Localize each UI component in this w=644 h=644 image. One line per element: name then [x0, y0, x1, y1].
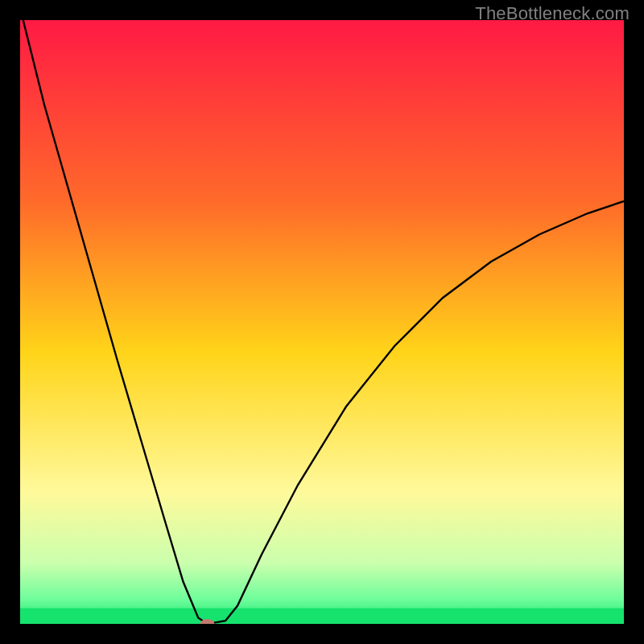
chart-frame: TheBottleneck.com — [0, 0, 644, 644]
watermark-text: TheBottleneck.com — [475, 3, 630, 24]
gradient-background — [20, 20, 624, 624]
green-floor-band — [20, 609, 624, 625]
plot-area — [20, 20, 624, 624]
plot-svg — [20, 20, 624, 624]
